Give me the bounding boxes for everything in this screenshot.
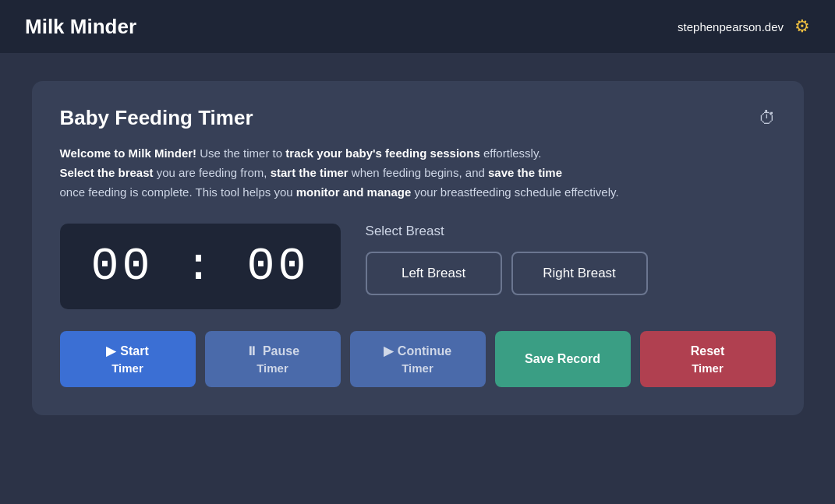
save-record-button[interactable]: Save Record — [495, 331, 631, 387]
action-buttons: ▶ Start Timer ⏸ Pause Timer ▶ Continue T… — [60, 331, 776, 387]
continue-icon: ▶ — [384, 344, 393, 358]
reset-timer-button[interactable]: Reset Timer — [640, 331, 776, 387]
header-right: stephenpearson.dev ⚙ — [678, 16, 810, 37]
card-header: Baby Feeding Timer ⏱ — [60, 106, 776, 130]
pause-top-label: ⏸ Pause — [246, 344, 299, 358]
desc-bold-4: start the timer — [271, 166, 349, 179]
play-icon: ▶ — [106, 344, 115, 358]
reset-bottom-label: Timer — [692, 361, 724, 375]
pause-icon: ⏸ — [246, 344, 258, 358]
start-top-label: ▶ Start — [106, 344, 148, 358]
app-header: Milk Minder stephenpearson.dev ⚙ — [0, 0, 835, 53]
card-title: Baby Feeding Timer — [60, 106, 253, 130]
app-title: Milk Minder — [25, 15, 136, 39]
gear-icon[interactable]: ⚙ — [794, 16, 810, 37]
main-content: Baby Feeding Timer ⏱ Welcome to Milk Min… — [0, 53, 835, 443]
card: Baby Feeding Timer ⏱ Welcome to Milk Min… — [32, 81, 804, 415]
continue-timer-button[interactable]: ▶ Continue Timer — [350, 331, 486, 387]
card-description: Welcome to Milk Minder! Use the timer to… — [60, 144, 776, 202]
timer-row: 00 : 00 Select Breast Left Breast Right … — [60, 224, 776, 309]
desc-bold-6: monitor and manage — [296, 185, 412, 199]
pause-bottom-label: Timer — [257, 361, 288, 375]
timer-clock-icon: ⏱ — [759, 108, 776, 129]
timer-text: 00 : 00 — [91, 240, 310, 293]
left-breast-button[interactable]: Left Breast — [366, 252, 502, 295]
desc-bold-5: save the time — [488, 166, 562, 179]
domain-label: stephenpearson.dev — [678, 20, 784, 33]
right-breast-button[interactable]: Right Breast — [511, 252, 648, 295]
continue-bottom-label: Timer — [402, 361, 433, 375]
timer-display: 00 : 00 — [60, 224, 341, 309]
start-bottom-label: Timer — [111, 361, 143, 375]
desc-bold-2: track your baby's feeding sessions — [285, 146, 480, 160]
desc-bold-3: Select the breast — [60, 166, 154, 179]
desc-bold-1: Welcome to Milk Minder! — [60, 146, 197, 160]
breast-selector: Select Breast Left Breast Right Breast — [366, 224, 648, 295]
continue-top-label: ▶ Continue — [384, 344, 451, 358]
pause-timer-button[interactable]: ⏸ Pause Timer — [205, 331, 341, 387]
breast-selector-label: Select Breast — [366, 224, 648, 239]
breast-buttons: Left Breast Right Breast — [366, 252, 648, 295]
start-timer-button[interactable]: ▶ Start Timer — [60, 331, 196, 387]
reset-top-label: Reset — [691, 344, 725, 358]
